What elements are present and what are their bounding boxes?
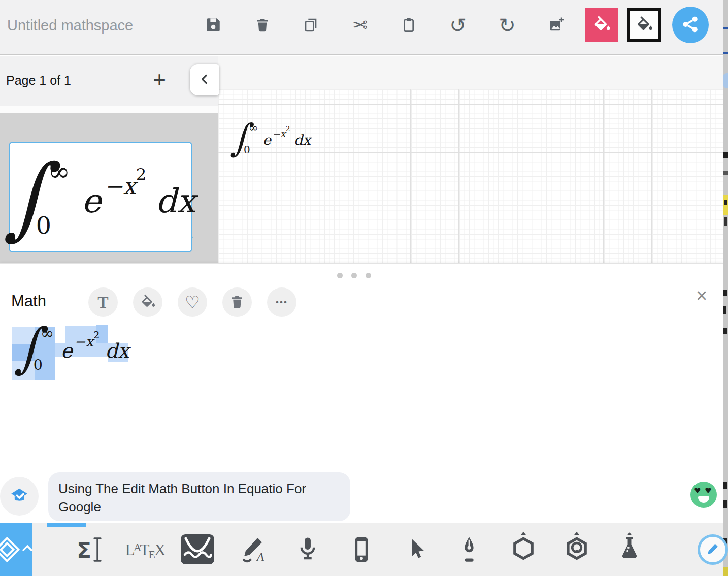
latex-logo: LATEX xyxy=(125,541,166,559)
text-style-button[interactable]: T xyxy=(88,287,118,317)
tutorial-message: Using The Edit Math Button In Equatio Fo… xyxy=(58,479,335,516)
lower-bound: 0 xyxy=(34,358,47,373)
copy-icon xyxy=(303,16,319,35)
page-thumbnails-panel: ••• ∫ ∞ 0 e −x 2 dx xyxy=(0,113,218,263)
pencil-icon xyxy=(704,540,721,559)
canvas-grid[interactable]: ∫ ∞ 0 e −x 2 dx xyxy=(218,89,723,263)
delete-button[interactable] xyxy=(251,14,274,37)
styles-black-button[interactable] xyxy=(627,8,661,42)
ellipsis-icon: ••• xyxy=(276,297,288,307)
equation-editor-tool[interactable]: Σ xyxy=(74,534,105,566)
share-icon xyxy=(681,15,700,36)
save-button[interactable] xyxy=(202,14,225,37)
lower-bound: 0 xyxy=(244,145,253,155)
page-thumbnail[interactable]: ∫ ∞ 0 e −x 2 dx xyxy=(9,142,192,252)
chevron-up-icon xyxy=(21,543,34,554)
upper-bound: ∞ xyxy=(48,158,71,185)
thumbnail-formula: ∫ ∞ 0 e −x 2 dx xyxy=(6,155,195,238)
handwriting-tool[interactable]: A xyxy=(235,534,274,566)
color-fill-button[interactable] xyxy=(133,287,162,317)
tutorial-bubble: Using The Edit Math Button In Equatio Fo… xyxy=(48,472,350,521)
duplicate-button[interactable] xyxy=(299,14,322,37)
pen-tool[interactable] xyxy=(456,534,482,566)
handwriting-icon: A xyxy=(238,536,271,565)
panel-title: Math xyxy=(11,292,46,310)
paint-bucket-icon xyxy=(591,15,612,36)
svg-text:A: A xyxy=(256,550,264,563)
heart-eye-icon: ♥ xyxy=(694,486,701,495)
collapse-panel-button[interactable] xyxy=(190,64,219,95)
exponent: −x xyxy=(272,128,285,139)
sigma-icon: Σ xyxy=(77,538,91,563)
styles-red-button[interactable] xyxy=(585,8,618,42)
lower-bound: 0 xyxy=(36,213,58,238)
exponent: −x xyxy=(104,173,136,200)
exponent-power: 2 xyxy=(93,329,100,341)
panel-divider xyxy=(0,106,218,113)
upper-bound: ∞ xyxy=(249,122,258,134)
hexagon-icon xyxy=(507,529,540,566)
cut-button[interactable]: ✂ xyxy=(348,14,372,37)
base-e: e xyxy=(82,184,101,217)
chevron-left-icon xyxy=(198,73,211,87)
mobile-input-tool[interactable] xyxy=(349,534,374,566)
cursor-arrow-icon xyxy=(406,536,427,564)
differential: dx xyxy=(294,132,311,148)
tutorial-avatar-button[interactable] xyxy=(0,477,39,516)
text-cursor-icon xyxy=(93,537,102,564)
equatio-logo-icon xyxy=(0,535,21,565)
trash-icon xyxy=(229,294,245,311)
trash-icon xyxy=(254,16,271,35)
equatio-mathspace-window: Untitled mathspace ✂ ↺ xyxy=(0,0,728,576)
base-e: e xyxy=(61,341,73,361)
undo-button[interactable]: ↺ xyxy=(446,14,470,37)
chemistry-tool[interactable] xyxy=(615,531,644,563)
base-e: e xyxy=(263,133,271,147)
pen-nib-icon xyxy=(458,535,480,566)
canvas-header xyxy=(218,56,723,89)
select-tool[interactable] xyxy=(404,534,428,566)
paint-bucket-icon xyxy=(139,294,156,311)
redo-icon: ↻ xyxy=(499,15,516,36)
heart-icon: ♡ xyxy=(185,294,200,311)
delete-math-button[interactable] xyxy=(222,287,252,317)
math-editor-input[interactable]: ∫ ∞ 0 e −x 2 dx xyxy=(12,323,134,387)
text-style-icon: T xyxy=(97,293,108,312)
document-title[interactable]: Untitled mathspace xyxy=(7,17,133,34)
feedback-smiley-button[interactable]: ♥ ♥ xyxy=(690,482,717,508)
panel-drag-handle[interactable] xyxy=(337,273,378,280)
edit-math-fab[interactable] xyxy=(698,534,728,565)
exponent-power: 2 xyxy=(136,165,147,184)
undo-icon: ↺ xyxy=(449,15,467,36)
add-image-icon xyxy=(548,16,565,35)
active-tab-indicator xyxy=(47,523,86,527)
graph-editor-tool[interactable] xyxy=(180,533,215,565)
app-window: Untitled mathspace ✂ ↺ xyxy=(0,0,723,576)
scissors-icon: ✂ xyxy=(352,16,368,35)
save-icon xyxy=(205,16,222,35)
speech-input-tool[interactable] xyxy=(295,534,320,566)
canvas-formula[interactable]: ∫ ∞ 0 e −x 2 dx xyxy=(231,121,311,156)
top-toolbar: Untitled mathspace ✂ ↺ xyxy=(0,0,723,55)
molecule-tool[interactable] xyxy=(559,531,594,563)
latex-editor-tool[interactable]: LATEX xyxy=(122,534,169,566)
insert-image-button[interactable] xyxy=(545,14,568,37)
paste-button[interactable] xyxy=(397,14,420,37)
bottom-toolbar: Σ LATEX A xyxy=(0,523,723,576)
pages-header: Page 1 of 1 + xyxy=(0,56,218,106)
page-count-label: Page 1 of 1 xyxy=(6,73,71,88)
equatio-launcher-button[interactable] xyxy=(0,523,32,576)
smile-mouth xyxy=(698,496,709,503)
favorite-button[interactable]: ♡ xyxy=(178,287,207,317)
close-panel-button[interactable]: × xyxy=(691,285,712,306)
share-button[interactable] xyxy=(672,7,709,43)
exponent: −x xyxy=(74,334,93,349)
upper-bound: ∞ xyxy=(41,326,54,342)
redo-button[interactable]: ↻ xyxy=(495,14,519,37)
exponent-power: 2 xyxy=(286,124,290,133)
add-page-button[interactable]: + xyxy=(146,65,173,94)
shapes-tool[interactable] xyxy=(506,531,541,563)
mobile-phone-icon xyxy=(351,535,372,566)
more-options-button[interactable]: ••• xyxy=(267,287,296,317)
differential: dx xyxy=(105,339,129,362)
